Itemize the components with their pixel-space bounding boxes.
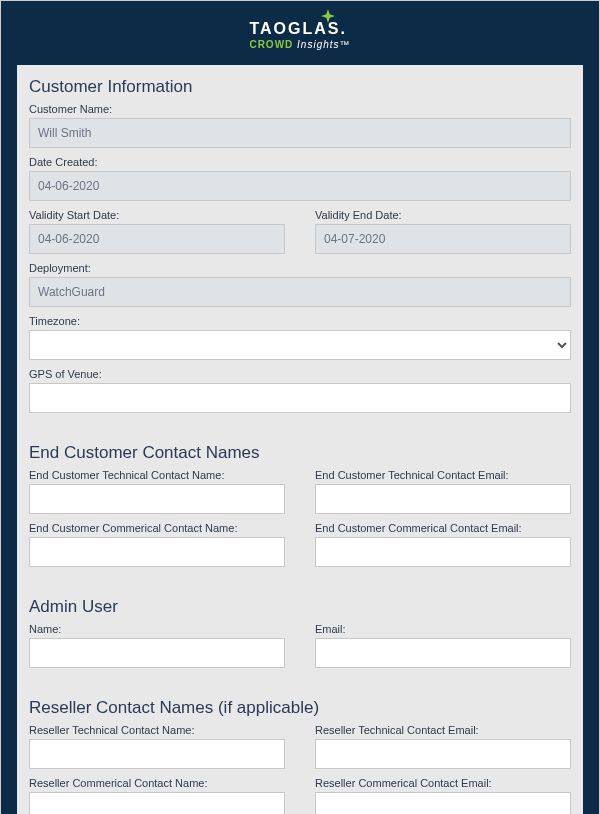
section-customer-info: Customer Information bbox=[29, 77, 571, 97]
section-reseller: Reseller Contact Names (if applicable) bbox=[29, 698, 571, 718]
label-customer-name: Customer Name: bbox=[29, 103, 571, 115]
header: TAOGLAS. CROWD Insights™ bbox=[1, 1, 599, 60]
label-admin-name: Name: bbox=[29, 623, 285, 635]
brand-name: TAOGLAS. bbox=[249, 21, 350, 37]
brand-subtitle: CROWD Insights™ bbox=[249, 39, 350, 51]
label-rs-comm-name: Reseller Commerical Contact Name: bbox=[29, 777, 285, 789]
rs-tech-name-input[interactable] bbox=[29, 739, 285, 769]
brand-logo: TAOGLAS. CROWD Insights™ bbox=[249, 9, 350, 51]
label-ec-comm-email: End Customer Commerical Contact Email: bbox=[315, 522, 571, 534]
admin-email-input[interactable] bbox=[315, 638, 571, 668]
form-area: Customer Information Customer Name: Date… bbox=[17, 65, 583, 814]
date-created-input[interactable] bbox=[29, 171, 571, 201]
label-validity-start: Validity Start Date: bbox=[29, 209, 285, 221]
label-rs-tech-email: Reseller Technical Contact Email: bbox=[315, 724, 571, 736]
gps-input[interactable] bbox=[29, 383, 571, 413]
validity-start-input[interactable] bbox=[29, 224, 285, 254]
ec-comm-name-input[interactable] bbox=[29, 537, 285, 567]
label-gps: GPS of Venue: bbox=[29, 368, 571, 380]
rs-comm-name-input[interactable] bbox=[29, 792, 285, 814]
customer-name-input[interactable] bbox=[29, 118, 571, 148]
ec-tech-name-input[interactable] bbox=[29, 484, 285, 514]
rs-tech-email-input[interactable] bbox=[315, 739, 571, 769]
label-ec-tech-email: End Customer Technical Contact Email: bbox=[315, 469, 571, 481]
label-ec-comm-name: End Customer Commerical Contact Name: bbox=[29, 522, 285, 534]
section-admin-user: Admin User bbox=[29, 597, 571, 617]
label-ec-tech-name: End Customer Technical Contact Name: bbox=[29, 469, 285, 481]
label-validity-end: Validity End Date: bbox=[315, 209, 571, 221]
deployment-input[interactable] bbox=[29, 277, 571, 307]
label-admin-email: Email: bbox=[315, 623, 571, 635]
star-icon bbox=[321, 9, 335, 23]
label-rs-tech-name: Reseller Technical Contact Name: bbox=[29, 724, 285, 736]
label-timezone: Timezone: bbox=[29, 315, 571, 327]
rs-comm-email-input[interactable] bbox=[315, 792, 571, 814]
ec-tech-email-input[interactable] bbox=[315, 484, 571, 514]
label-date-created: Date Created: bbox=[29, 156, 571, 168]
validity-end-input[interactable] bbox=[315, 224, 571, 254]
svg-marker-0 bbox=[321, 9, 335, 23]
admin-name-input[interactable] bbox=[29, 638, 285, 668]
label-rs-comm-email: Reseller Commerical Contact Email: bbox=[315, 777, 571, 789]
timezone-select[interactable] bbox=[29, 330, 571, 360]
label-deployment: Deployment: bbox=[29, 262, 571, 274]
section-end-customer: End Customer Contact Names bbox=[29, 443, 571, 463]
app-frame: TAOGLAS. CROWD Insights™ Customer Inform… bbox=[0, 0, 600, 814]
ec-comm-email-input[interactable] bbox=[315, 537, 571, 567]
